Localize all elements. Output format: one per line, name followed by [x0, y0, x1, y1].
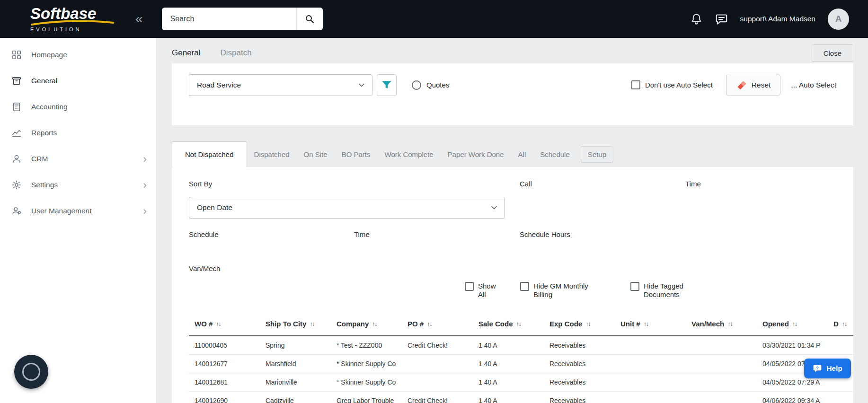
chevron-right-icon — [143, 179, 147, 191]
tab-all[interactable]: All — [511, 141, 533, 167]
cell-opened: 04/05/2022 07:29 A — [757, 378, 828, 386]
tab-general[interactable]: General — [172, 48, 200, 58]
sort-arrows-icon — [727, 320, 732, 327]
table-row[interactable]: 110000405 Spring * Test - ZZZ000 Credit … — [189, 336, 853, 355]
column-header-exp-code[interactable]: Exp Code — [544, 320, 615, 328]
time-label-2: Time — [354, 230, 370, 238]
table-row[interactable]: 140012677 Marshfield * Skinner Supply Co… — [189, 355, 853, 373]
cell-exp-code: Receivables — [544, 342, 615, 349]
sort-arrows-icon — [842, 320, 847, 327]
sidebar-item-crm[interactable]: CRM — [0, 146, 156, 172]
sidebar-item-label: Accounting — [31, 103, 68, 111]
search-button[interactable] — [296, 8, 323, 30]
sidebar-item-general[interactable]: General — [0, 68, 156, 94]
table-row[interactable]: 140012681 Marionville * Skinner Supply C… — [189, 373, 853, 392]
cell-company: * Skinner Supply Co — [331, 360, 402, 368]
column-header-van-mech[interactable]: Van/Mech — [686, 320, 757, 328]
sidebar-item-homepage[interactable]: Homepage — [0, 42, 156, 68]
tab-work-complete[interactable]: Work Complete — [378, 141, 441, 167]
sidebar-item-reports[interactable]: Reports — [0, 120, 156, 146]
logo-text: Softbase — [30, 6, 125, 21]
cell-ship-to-city: Cadizville — [260, 397, 331, 403]
quotes-radio[interactable]: Quotes — [412, 80, 449, 90]
hide-tagged-documents-checkbox[interactable]: Hide Tagged Documents — [630, 282, 687, 298]
sidebar-item-user-management[interactable]: User Management — [0, 198, 156, 224]
softbase-logo: Softbase EVOLUTION — [30, 6, 125, 32]
sidebar-item-accounting[interactable]: Accounting — [0, 94, 156, 120]
sidebar-item-label: Homepage — [31, 51, 67, 59]
cell-company: Greg Labor Trouble — [331, 397, 402, 403]
tab-dispatched[interactable]: Dispatched — [247, 141, 297, 167]
tab-dispatch[interactable]: Dispatch — [220, 48, 251, 58]
column-header-unit-number[interactable]: Unit # — [615, 320, 686, 328]
clear-filter-button[interactable] — [377, 74, 397, 96]
sort-arrows-icon — [516, 320, 521, 327]
reset-button[interactable]: Reset — [726, 74, 781, 96]
messages-chat-icon[interactable] — [715, 13, 728, 26]
show-all-checkbox[interactable]: Show All — [465, 282, 500, 298]
checkbox-icon — [465, 282, 474, 291]
tab-setup[interactable]: Setup — [581, 146, 613, 163]
logged-in-user: support\ Adam Madsen — [740, 15, 815, 23]
notifications-bell-icon[interactable] — [690, 13, 703, 26]
sort-by-dropdown[interactable]: Open Date — [189, 197, 505, 219]
column-header-po-number[interactable]: PO # — [402, 320, 473, 328]
cell-po-number: Credit Check! — [402, 397, 473, 403]
gear-icon — [11, 180, 22, 190]
sort-arrows-icon — [216, 320, 221, 327]
call-label: Call — [520, 180, 532, 188]
topbar-right: support\ Adam Madsen A — [690, 9, 849, 30]
logo-subtext: EVOLUTION — [30, 26, 125, 32]
checkbox-icon — [631, 80, 640, 89]
column-header-due[interactable]: D — [828, 320, 853, 328]
column-header-ship-to-city[interactable]: Ship To City — [260, 320, 331, 328]
filter-right-cluster: Don't use Auto Select Reset ... Auto Sel… — [631, 74, 836, 96]
column-header-wo-number[interactable]: WO # — [189, 320, 260, 328]
help-button[interactable]: ? Help — [804, 359, 851, 378]
checkbox-icon — [520, 282, 529, 291]
sidebar-collapse-icon[interactable] — [135, 12, 143, 26]
column-header-opened[interactable]: Opened — [757, 320, 828, 328]
tab-bo-parts[interactable]: BO Parts — [335, 141, 378, 167]
calculator-icon — [11, 102, 22, 112]
sort-by-value: Open Date — [197, 203, 232, 212]
fab-ring-icon — [22, 363, 40, 381]
avatar[interactable]: A — [828, 9, 849, 30]
main-content: General Dispatch Close Road Service Quot… — [157, 38, 868, 403]
hide-gm-monthly-billing-label: Hide GM Monthly Billing — [533, 282, 591, 298]
column-header-company[interactable]: Company — [331, 320, 402, 328]
chevron-right-icon — [143, 205, 147, 217]
close-button[interactable]: Close — [812, 44, 853, 62]
service-type-value: Road Service — [197, 81, 241, 89]
cell-wo-number: 140012677 — [189, 360, 260, 368]
table-row[interactable]: 140012690 Cadizville Greg Labor Trouble … — [189, 392, 853, 403]
chevron-down-icon — [357, 80, 366, 90]
cell-exp-code: Receivables — [544, 360, 615, 368]
status-tabs: Not Dispatched Dispatched On Site BO Par… — [172, 141, 853, 167]
search-input[interactable] — [162, 8, 296, 30]
tab-not-dispatched[interactable]: Not Dispatched — [172, 141, 247, 167]
hide-tagged-documents-label: Hide Tagged Documents — [644, 282, 687, 298]
floating-action-button[interactable] — [14, 355, 48, 389]
cell-ship-to-city: Spring — [260, 342, 331, 349]
cell-exp-code: Receivables — [544, 397, 615, 403]
service-type-dropdown[interactable]: Road Service — [189, 74, 372, 96]
sidebar-item-label: General — [31, 77, 57, 85]
filter-panel: Road Service Quotes Don't use Auto Selec… — [172, 63, 853, 125]
hide-gm-monthly-billing-checkbox[interactable]: Hide GM Monthly Billing — [520, 282, 591, 298]
sidebar-item-settings[interactable]: Settings — [0, 172, 156, 198]
cell-sale-code: 1 40 A — [473, 397, 544, 403]
tab-on-site[interactable]: On Site — [297, 141, 335, 167]
help-bubble-icon: ? — [813, 364, 822, 373]
archive-icon — [11, 76, 22, 86]
tab-schedule[interactable]: Schedule — [533, 141, 577, 167]
chevron-down-icon — [489, 203, 499, 212]
dont-use-auto-select-checkbox[interactable]: Don't use Auto Select — [631, 80, 713, 89]
tab-paper-work-done[interactable]: Paper Work Done — [441, 141, 511, 167]
column-header-sale-code[interactable]: Sale Code — [473, 320, 544, 328]
dont-use-auto-select-label: Don't use Auto Select — [645, 81, 713, 89]
radio-circle-icon — [412, 80, 421, 90]
sidebar-item-label: User Management — [31, 207, 92, 215]
sort-arrows-icon — [372, 320, 377, 327]
cell-ship-to-city: Marshfield — [260, 360, 331, 368]
